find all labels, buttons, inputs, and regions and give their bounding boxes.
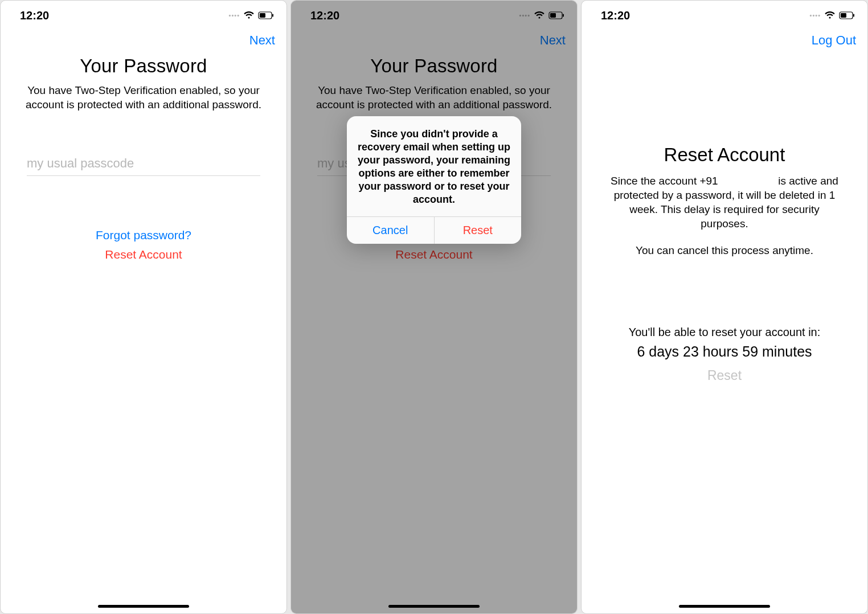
page-title: Your Password <box>14 55 273 77</box>
reset-account-link[interactable]: Reset Account <box>105 248 182 261</box>
home-indicator[interactable] <box>679 605 770 608</box>
alert-dialog: Since you didn't provide a recovery emai… <box>347 116 521 244</box>
password-input-wrap <box>27 152 260 176</box>
svg-rect-1 <box>260 13 265 18</box>
status-time: 12:20 <box>20 9 49 22</box>
wifi-icon <box>243 11 255 19</box>
home-indicator[interactable] <box>98 605 189 608</box>
status-bar: 12:20 •••• <box>582 1 867 26</box>
screen-3: 12:20 •••• Log Out Reset Account Since t… <box>581 0 868 614</box>
svg-rect-2 <box>272 14 273 17</box>
modal-dimmer[interactable] <box>291 1 577 613</box>
countdown-label: You'll be able to reset your account in: <box>595 326 854 339</box>
password-input[interactable] <box>27 152 260 176</box>
reset-explanation: Since the account +91 is active and prot… <box>595 174 854 231</box>
account-phone: +91 <box>699 175 718 187</box>
page-title: Reset Account <box>595 144 854 166</box>
nav-bar: Log Out <box>582 26 867 53</box>
reset-button-disabled: Reset <box>707 368 742 383</box>
screens-row: 12:20 •••• Next Your Password You have T… <box>0 0 868 614</box>
alert-buttons: Cancel Reset <box>347 216 521 244</box>
cellular-dots-icon: •••• <box>229 12 240 19</box>
svg-rect-7 <box>841 13 846 18</box>
logout-button[interactable]: Log Out <box>812 30 856 51</box>
alert-message: Since you didn't provide a recovery emai… <box>347 116 521 216</box>
next-button[interactable]: Next <box>249 30 275 51</box>
screen-1: 12:20 •••• Next Your Password You have T… <box>0 0 287 614</box>
para-prefix: Since the account <box>611 175 699 187</box>
page-subtitle: You have Two-Step Verification enabled, … <box>14 84 273 112</box>
wifi-icon <box>824 11 836 19</box>
countdown-value: 6 days 23 hours 59 minutes <box>595 343 854 360</box>
svg-rect-8 <box>853 14 854 17</box>
status-right: •••• <box>810 11 855 19</box>
link-stack: Forgot password? Reset Account <box>14 228 273 261</box>
nav-bar: Next <box>1 26 286 53</box>
status-time: 12:20 <box>601 9 630 22</box>
battery-icon <box>839 11 855 19</box>
status-right: •••• <box>229 11 274 19</box>
alert-cancel-button[interactable]: Cancel <box>347 217 434 244</box>
battery-icon <box>258 11 274 19</box>
content-area: Your Password You have Two-Step Verifica… <box>1 53 286 613</box>
cellular-dots-icon: •••• <box>810 12 821 19</box>
cancel-note: You can cancel this process anytime. <box>595 243 854 257</box>
alert-reset-button[interactable]: Reset <box>434 217 522 244</box>
screen-2: 12:20 •••• Next Your Password You have T… <box>290 0 578 614</box>
status-bar: 12:20 •••• <box>1 1 286 26</box>
forgot-password-link[interactable]: Forgot password? <box>96 228 191 242</box>
content-area: Reset Account Since the account +91 is a… <box>582 53 867 613</box>
